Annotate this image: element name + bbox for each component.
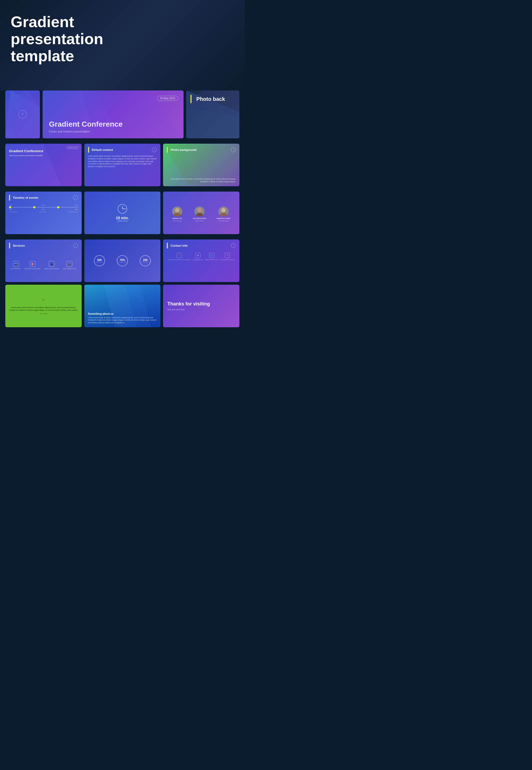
member-3-name: SAMANTHA JAMES	[217, 218, 230, 219]
slide4-icon: i	[73, 195, 78, 200]
service-photography: 📷 PHOTOGRAPHY	[11, 261, 21, 270]
timeline-label-0: THE BEGINNING	[9, 211, 18, 213]
service-label-1: TARGETED ADVERTISING	[24, 268, 41, 270]
slide3-accent	[167, 147, 168, 153]
yellow-accent-bar	[190, 95, 192, 103]
location-icon: 📍	[177, 253, 182, 258]
service-label-2: MOBILE DEVELOPMENT	[44, 268, 59, 270]
timeline-year-2006: 2006	[42, 209, 45, 210]
timeline-label-2: STAR AWARD 2010	[68, 211, 78, 213]
stat-value-1: 500	[97, 259, 102, 262]
slide7-icon: i	[73, 243, 78, 248]
about-body: Lorem ipsum dolor sit amet, consectetur …	[88, 316, 157, 324]
break-label: Coffee break	[117, 220, 128, 222]
slide-3[interactable]: Photo background i Lorem ipsum dolor sit…	[163, 144, 239, 186]
contact-location: 📍 4760 Long Street Ave New York, 14500 N…	[168, 253, 191, 260]
hero-title: Gradient presentation template	[11, 13, 144, 64]
contact-email: ✉ info@gradient.com	[193, 253, 203, 260]
slide3-title: Photo background	[171, 148, 231, 151]
member-1-name: BRENDA LEE	[172, 218, 182, 219]
break-time: 15 min.	[116, 216, 129, 220]
member-1-role: General Manager	[173, 220, 182, 222]
contact-address: 4760 Long Street Ave New York, 14500 NY	[168, 259, 191, 260]
stat-value-2: 75%	[120, 259, 125, 262]
services-row: 📷 PHOTOGRAPHY 🎯 TARGETED ADVERTISING 📱 M…	[9, 251, 78, 279]
avatar-2	[194, 206, 205, 217]
service-label-0: PHOTOGRAPHY	[11, 268, 21, 270]
timeline-year-2014: 2014	[75, 209, 78, 210]
svg-point-9	[173, 213, 181, 217]
contact-email-text: info@gradient.com	[193, 259, 203, 260]
team-row: BRENDA LEE General Manager ALEX NIKOLOVS…	[167, 195, 236, 231]
svg-point-11	[196, 213, 203, 217]
stat-circle-2: 75% completion rate	[117, 255, 128, 266]
slides-grid-row2: Timeline of events i 1995 2002 2010 1998…	[0, 189, 245, 237]
slide-4[interactable]: Timeline of events i 1995 2002 2010 1998…	[5, 192, 82, 234]
timeline-label-1: NEW OFFICE	[40, 211, 46, 213]
preview-date-badge: 19 May 2014	[157, 96, 178, 101]
slide-5[interactable]: 15 min. Coffee break	[84, 192, 161, 234]
team-member-1: BRENDA LEE General Manager	[172, 206, 182, 222]
slide-2[interactable]: Default content i Lorem ipsum dolor sit …	[84, 144, 161, 186]
thanks-subtitle: See you next time!	[167, 308, 235, 311]
thanks-title: Thanks for visiting	[167, 301, 235, 307]
slide2-body: Lorem ipsum dolor sit amet, consectetur …	[88, 155, 157, 168]
timeline-year-2010: 2010	[75, 204, 78, 206]
contact-row: 📍 4760 Long Street Ave New York, 14500 N…	[167, 251, 236, 260]
slide-12[interactable]: Thanks for visiting See you next time!	[163, 285, 239, 327]
mobile-icon: 📱	[49, 261, 55, 267]
slide-7[interactable]: Services i 📷 PHOTOGRAPHY 🎯 TARGETED ADVE…	[5, 239, 82, 282]
slide-10[interactable]: " Lorem ipsum dolor sit amet, consectetu…	[5, 285, 82, 327]
slide1-date: 19 May 2014	[67, 146, 79, 149]
member-2-role: Creative Director	[195, 220, 204, 222]
contact-website-text: gradient-conference.com	[205, 259, 218, 260]
quote-author: Steve Jobs	[9, 313, 78, 314]
contact-facebook: f fb.com/gradientconference	[221, 253, 235, 260]
avatar-3	[218, 206, 228, 217]
slide-9[interactable]: Contact info i 📍 4760 Long Street Ave Ne…	[163, 239, 239, 282]
stat-circle-3: 200 projects done	[140, 255, 151, 266]
slide-11[interactable]: Something about us Lorem ipsum dolor sit…	[84, 285, 161, 327]
preview-large-row: 7 19 May 2014 Gradient Conference Clean …	[0, 90, 245, 141]
stat-circle-1: 500 satisfied clients	[94, 255, 105, 266]
slide2-title: Default content	[92, 148, 152, 151]
service-advertising: 🎯 TARGETED ADVERTISING	[24, 261, 41, 270]
preview-slide-center[interactable]: 19 May 2014 Gradient Conference Clean an…	[43, 90, 184, 138]
about-title: Something about us	[88, 312, 157, 315]
slide1-title: Gradient Conference	[9, 149, 78, 153]
stat-value-3: 200	[143, 259, 148, 262]
service-video: 🎬 VIDEO PRODUCTION	[63, 261, 76, 270]
preview-slide-right[interactable]: Photo back	[186, 90, 239, 138]
contact-website: 🌐 gradient-conference.com	[205, 253, 218, 260]
slides-grid-row1: 19 May 2014 Gradient Conference Clean an…	[0, 141, 245, 189]
quote-text: Lorem ipsum dolor sit amet, consectetur …	[9, 306, 78, 312]
stat-label-1: satisfied clients	[96, 262, 103, 263]
contact-facebook-text: fb.com/gradientconference	[221, 259, 235, 260]
camera-icon: 📷	[13, 261, 19, 267]
clock-icon	[118, 204, 127, 214]
slide-1[interactable]: 19 May 2014 Gradient Conference Clean an…	[5, 144, 82, 186]
slide4-accent	[9, 195, 10, 201]
slide1-subtitle: Clean and modern presentation template	[9, 154, 78, 157]
email-icon: ✉	[195, 253, 201, 258]
team-member-2: ALEX NIKOLOVSKI Creative Director	[193, 206, 206, 222]
slides-grid-row3: Services i 📷 PHOTOGRAPHY 🎯 TARGETED ADVE…	[0, 237, 245, 285]
stat-label-2: completion rate	[119, 262, 126, 263]
timeline-year-1998: 1998	[9, 209, 12, 210]
service-mobile: 📱 MOBILE DEVELOPMENT	[44, 261, 59, 270]
slide-8[interactable]: 500 satisfied clients 75% completion rat…	[84, 239, 161, 282]
hero-section: Gradient presentation template	[0, 0, 245, 90]
slide-6[interactable]: BRENDA LEE General Manager ALEX NIKOLOVS…	[163, 192, 239, 234]
avatar-1	[172, 206, 182, 217]
timeline-year-1995: 1995	[9, 204, 12, 206]
slide7-title: Services	[13, 244, 73, 247]
slide2-accent	[88, 147, 89, 153]
slide7-accent	[9, 243, 10, 249]
video-icon: 🎬	[67, 261, 72, 267]
slide9-accent	[167, 243, 168, 249]
svg-point-12	[221, 208, 226, 212]
bottom-row: " Lorem ipsum dolor sit amet, consectetu…	[0, 285, 245, 333]
photo-back-title: Photo back	[196, 96, 225, 102]
stat-label-3: projects done	[142, 262, 148, 263]
preview-slide-left[interactable]: 7	[5, 90, 40, 138]
